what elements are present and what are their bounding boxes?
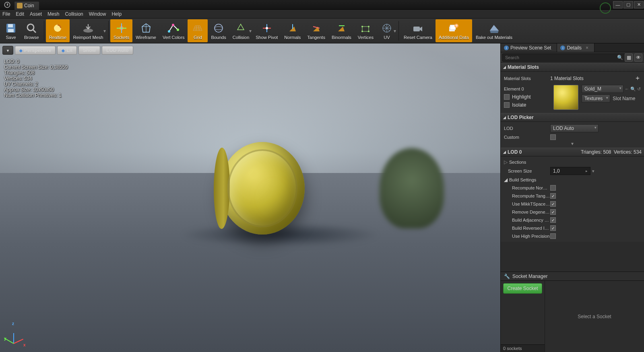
menu-mesh[interactable]: Mesh xyxy=(47,11,59,17)
screen-size-reset-icon[interactable]: ▾ xyxy=(592,169,594,174)
material-find-icon[interactable]: 🔍 xyxy=(630,86,636,92)
menu-collision[interactable]: Collision xyxy=(65,11,83,17)
realtime-button[interactable]: Realtime xyxy=(46,19,70,42)
create-socket-button[interactable]: Create Socket xyxy=(503,283,542,294)
reversed-checkbox[interactable] xyxy=(550,225,556,231)
tangents-button[interactable]: Tangents xyxy=(304,19,328,42)
adjacency-checkbox[interactable] xyxy=(550,217,556,223)
section-material-slots[interactable]: ◢Material Slots xyxy=(501,63,644,72)
socket-manager-header[interactable]: 🔧 Socket Manager xyxy=(501,272,644,281)
info-icon: i xyxy=(560,45,565,50)
binormals-button[interactable]: Binormals xyxy=(328,19,355,42)
mikktspace-checkbox[interactable] xyxy=(550,201,556,207)
svg-text:+: + xyxy=(455,23,458,29)
viewport[interactable]: /*noop*/ ▾ ◆Perspective ◆Lit Show LOD Au… xyxy=(0,43,500,352)
adjacency-label: Build Adjacency Buffer xyxy=(504,218,550,222)
svg-point-14 xyxy=(215,27,223,30)
section-expand-icon[interactable]: ▾ xyxy=(501,141,644,146)
asset-tab[interactable]: Coin xyxy=(14,2,39,10)
show-pivot-button[interactable]: Show Pivot xyxy=(252,19,281,42)
bake-icon xyxy=(488,22,500,34)
material-dropdown[interactable]: Gold_M xyxy=(582,85,623,93)
recompute-tangents-checkbox[interactable] xyxy=(550,193,556,199)
reimport-button[interactable]: Reimport Mesh▾ xyxy=(70,19,107,42)
screen-size-field[interactable]: 1,0▸ xyxy=(550,167,590,175)
reimport-dropdown-icon[interactable]: ▾ xyxy=(103,28,106,34)
collision-dropdown-icon[interactable]: ▾ xyxy=(249,28,252,34)
remove-degen-checkbox[interactable] xyxy=(550,209,556,215)
normals-button[interactable]: Normals xyxy=(281,19,304,42)
collision-button[interactable]: Collision▾ xyxy=(229,19,253,42)
sockets-button[interactable]: Sockets xyxy=(110,19,132,42)
vertcolors-button[interactable]: Vert Colors xyxy=(159,19,188,42)
search-icon[interactable]: 🔍 xyxy=(617,55,623,60)
material-slots-count: 1 Material Slots xyxy=(550,76,584,81)
reimport-icon xyxy=(82,22,94,34)
socket-count: 0 sockets xyxy=(501,344,545,352)
material-back-icon[interactable]: ← xyxy=(625,86,629,91)
tab-close-icon[interactable]: × xyxy=(586,45,588,51)
details-eye-icon[interactable]: 👁 xyxy=(634,54,642,62)
binormals-icon xyxy=(335,22,347,34)
socket-icon: 🔧 xyxy=(504,274,510,279)
build-settings-label[interactable]: Build Settings xyxy=(509,177,555,182)
details-scroll[interactable]: ◢Material Slots Material Slots 1 Materia… xyxy=(501,63,644,272)
bounds-button[interactable]: Bounds xyxy=(208,19,229,42)
menu-file[interactable]: File xyxy=(2,11,10,17)
vertices-button[interactable]: Vertices xyxy=(355,19,377,42)
close-button[interactable]: ✕ xyxy=(634,1,644,8)
uv-dropdown-icon[interactable]: ▾ xyxy=(394,28,396,34)
source-control-icon[interactable] xyxy=(600,2,611,14)
lod-auto-button[interactable]: LOD Auto xyxy=(102,46,133,55)
tab-details[interactable]: iDetails× xyxy=(557,43,594,52)
viewport-options-button[interactable]: ▾ xyxy=(2,46,13,55)
section-lod0[interactable]: ◢LOD 0 Triangles: 508 Vertices: 534 xyxy=(501,148,644,156)
show-button[interactable]: Show xyxy=(78,46,100,55)
grid-button[interactable]: Grid xyxy=(188,19,208,42)
isolate-checkbox[interactable] xyxy=(504,102,510,108)
menu-help[interactable]: Help xyxy=(111,11,122,17)
material-reset-icon[interactable]: ↺ xyxy=(637,86,641,92)
material-thumbnail[interactable] xyxy=(553,85,578,110)
recompute-normals-checkbox[interactable] xyxy=(550,185,556,191)
svg-point-25 xyxy=(368,31,369,32)
bounds-icon xyxy=(213,22,225,34)
wireframe-button[interactable]: Wireframe xyxy=(132,19,159,42)
details-grid-icon[interactable]: ▦ xyxy=(625,54,633,62)
perspective-button[interactable]: ◆Perspective xyxy=(15,46,56,55)
vertices-icon xyxy=(359,22,372,34)
additional-data-button[interactable]: +Additional Data xyxy=(436,19,472,42)
highprec-checkbox[interactable] xyxy=(550,233,556,239)
menu-asset[interactable]: Asset xyxy=(30,11,42,17)
additional-data-icon: + xyxy=(448,22,460,34)
svg-point-11 xyxy=(172,24,174,26)
reset-camera-button[interactable]: Reset Camera xyxy=(400,19,436,42)
details-tab-bar: iPreview Scene Set iDetails× xyxy=(501,43,644,52)
add-material-slot-icon[interactable]: ＋ xyxy=(634,74,641,82)
recompute-tangents-label: Recompute Tangents xyxy=(504,193,550,198)
lit-button[interactable]: ◆Lit xyxy=(57,46,77,55)
textures-dropdown[interactable]: Textures xyxy=(582,95,610,103)
material-slots-label: Material Slots xyxy=(504,76,550,81)
custom-checkbox[interactable] xyxy=(550,134,556,140)
highlight-checkbox[interactable] xyxy=(504,94,510,100)
browse-button[interactable]: Browse xyxy=(21,19,42,42)
pivot-icon xyxy=(261,22,273,34)
coin-mesh xyxy=(220,142,305,235)
titlebar: Coin — ▢ ✕ xyxy=(0,0,644,10)
menu-edit[interactable]: Edit xyxy=(16,11,24,17)
menu-window[interactable]: Window xyxy=(89,11,106,17)
search-input[interactable] xyxy=(502,54,625,62)
asset-icon xyxy=(17,3,23,8)
sections-label[interactable]: Sections xyxy=(509,160,555,165)
stat-collision: Num Collision Primitives: 1 xyxy=(4,93,68,98)
uv-button[interactable]: UV▾ xyxy=(377,19,397,42)
maximize-button[interactable]: ▢ xyxy=(623,1,633,8)
save-button[interactable]: Save xyxy=(1,19,21,42)
lod-dropdown[interactable]: LOD Auto xyxy=(550,124,599,132)
section-lod-picker[interactable]: ◢LOD Picker xyxy=(501,113,644,122)
tab-preview-scene[interactable]: iPreview Scene Set xyxy=(501,43,557,52)
bake-materials-button[interactable]: Bake out Materials xyxy=(472,19,516,42)
minimize-button[interactable]: — xyxy=(613,1,623,8)
svg-point-23 xyxy=(368,26,369,27)
